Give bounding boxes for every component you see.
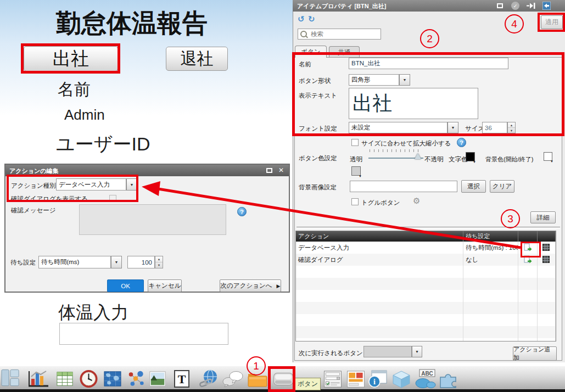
- action-table-header: アクション 待ち設定: [296, 231, 556, 242]
- shape-select[interactable]: 四角形: [349, 74, 399, 86]
- bg-color-end-arrow-icon[interactable]: ▼: [359, 175, 362, 178]
- form-icon[interactable]: [323, 370, 343, 388]
- layout-icon[interactable]: [1, 368, 20, 388]
- empty-row: [296, 314, 556, 326]
- show-confirm-checkbox[interactable]: [109, 195, 116, 202]
- image-icon[interactable]: [149, 370, 166, 388]
- empty-row: [296, 338, 556, 341]
- bg-image-clear-button[interactable]: クリア: [490, 180, 514, 193]
- blocks-icon[interactable]: [346, 370, 366, 388]
- clock-icon[interactable]: [79, 369, 99, 389]
- action-cell: 確認ダイアログ: [296, 254, 463, 266]
- folder-icon[interactable]: [247, 370, 268, 388]
- next-action-button[interactable]: 次のアクションへ ▶: [220, 279, 281, 292]
- wait-cell: 待ち時間(ms) : 100ms: [463, 242, 518, 254]
- display-text-input[interactable]: 出社: [349, 88, 478, 119]
- dialog-maximize-icon[interactable]: [266, 168, 272, 173]
- font-select-arrow-icon[interactable]: ▼: [447, 122, 458, 133]
- search-box[interactable]: [298, 29, 381, 40]
- size-spinner[interactable]: ▲ ▼: [507, 122, 516, 133]
- size-spinner-down-icon[interactable]: ▼: [508, 128, 515, 133]
- network-icon[interactable]: [126, 369, 145, 388]
- panel-pin-icon[interactable]: [527, 3, 536, 9]
- autofit-checkbox[interactable]: [351, 139, 359, 146]
- button-icon[interactable]: [273, 372, 294, 386]
- wait-type-select[interactable]: 待ち時間(ms): [38, 256, 111, 268]
- detail-button[interactable]: 詳細: [530, 211, 556, 223]
- name-label: 名前: [58, 79, 91, 101]
- bg-color-label: 背景色(開始/終了): [485, 155, 533, 164]
- panel-dock-icon[interactable]: [542, 2, 551, 10]
- prop-font-label: フォント設定: [299, 125, 337, 133]
- link-icon[interactable]: [198, 369, 220, 388]
- next-button-label: 次に実行されるボタン: [299, 349, 363, 357]
- puzzle-icon[interactable]: [438, 371, 459, 388]
- action-type-label: アクション種別 :: [11, 182, 59, 190]
- temperature-input[interactable]: [59, 323, 228, 345]
- text-color-swatch[interactable]: ▼: [466, 152, 475, 161]
- apply-button[interactable]: 適用: [541, 15, 563, 29]
- abc-cloud-icon[interactable]: ABC: [415, 369, 437, 389]
- chat-icon[interactable]: [222, 371, 243, 387]
- wait-ms-input[interactable]: [127, 256, 155, 268]
- edit-action-icon[interactable]: [523, 243, 532, 252]
- clock-out-button[interactable]: 退社: [166, 47, 228, 71]
- add-action-button[interactable]: アクション追加: [513, 346, 557, 361]
- bg-color-end-swatch[interactable]: ▼: [351, 166, 361, 176]
- next-button-select[interactable]: [363, 346, 412, 357]
- text-icon[interactable]: T: [174, 370, 189, 388]
- action-edit-dialog: アクションの編集 ✕ アクション種別 : データベース入力 ▼ 確認ダイアログを…: [4, 164, 290, 293]
- size-input[interactable]: [482, 122, 507, 133]
- panel-check-icon[interactable]: ✓: [511, 2, 519, 10]
- show-confirm-label: 確認ダイアログを表示する: [11, 195, 88, 203]
- next-button-select-arrow-icon[interactable]: ▼: [412, 346, 422, 357]
- search-input[interactable]: [310, 30, 378, 38]
- action-cell: データベース入力: [296, 242, 463, 254]
- action-type-select[interactable]: データベース入力: [56, 178, 126, 191]
- map-icon[interactable]: [103, 370, 122, 388]
- undo-icon[interactable]: ↺: [298, 15, 305, 24]
- tab-button[interactable]: ボタン: [295, 46, 327, 58]
- delete-action-icon[interactable]: [542, 243, 551, 252]
- bg-color-start-arrow-icon[interactable]: ▼: [550, 160, 553, 163]
- dialog-close-icon[interactable]: ✕: [278, 167, 284, 173]
- info-icon[interactable]: i: [368, 369, 388, 388]
- edit-action-icon[interactable]: [523, 255, 532, 264]
- wait-spinner-down-icon[interactable]: ▼: [155, 262, 163, 268]
- wait-type-select-arrow-icon[interactable]: ▼: [111, 256, 122, 268]
- size-spinner-up-icon[interactable]: ▲: [508, 122, 515, 128]
- opacity-slider-thumb[interactable]: [415, 153, 421, 159]
- font-select[interactable]: 未設定: [349, 122, 447, 133]
- redo-icon[interactable]: ↻: [308, 15, 315, 24]
- chart-icon[interactable]: [26, 369, 49, 388]
- wait-ms-spinner[interactable]: ▲ ▼: [155, 256, 163, 268]
- table-row[interactable]: データベース入力 待ち時間(ms) : 100ms: [296, 242, 556, 254]
- table-row[interactable]: 確認ダイアログ なし: [296, 254, 556, 266]
- wait-spinner-up-icon[interactable]: ▲: [155, 256, 163, 262]
- empty-row: [296, 278, 556, 290]
- bg-image-select-button[interactable]: 選択: [461, 180, 486, 193]
- gear-icon[interactable]: ⚙: [413, 197, 420, 205]
- shape-select-arrow-icon[interactable]: ▼: [399, 74, 410, 86]
- svg-text:ABC: ABC: [421, 371, 433, 377]
- tab-common[interactable]: 共通: [329, 46, 360, 58]
- table-icon[interactable]: [55, 370, 74, 388]
- bg-image-input[interactable]: [350, 181, 457, 192]
- confirm-message-help-icon[interactable]: ?: [237, 207, 247, 216]
- prop-name-input[interactable]: [349, 58, 508, 69]
- ok-button[interactable]: OK: [107, 279, 144, 292]
- wait-setting-label: 待ち設定: [10, 259, 36, 267]
- toggle-button-checkbox[interactable]: [351, 198, 359, 205]
- autofit-help-icon[interactable]: ?: [457, 138, 466, 147]
- cube-icon[interactable]: [391, 370, 411, 389]
- separator: [297, 227, 560, 229]
- delete-action-icon[interactable]: [542, 255, 551, 264]
- prop-color-label: ボタン色設定: [299, 154, 337, 163]
- clock-in-button[interactable]: 出社: [24, 46, 118, 71]
- panel-maximize-icon[interactable]: [497, 3, 503, 8]
- text-color-arrow-icon[interactable]: ▼: [473, 160, 476, 164]
- bg-color-start-swatch[interactable]: ▼: [544, 152, 552, 161]
- transparent-label: 透明: [350, 155, 362, 164]
- cancel-button[interactable]: キャンセル: [148, 279, 182, 292]
- action-type-select-arrow-icon[interactable]: ▼: [126, 178, 137, 191]
